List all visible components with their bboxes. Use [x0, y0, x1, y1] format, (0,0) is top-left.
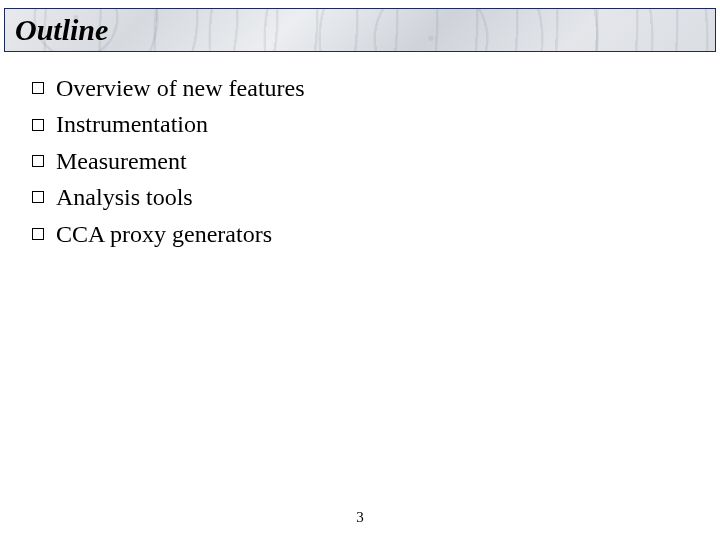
- square-bullet-icon: [32, 228, 44, 240]
- list-item: Measurement: [32, 145, 700, 177]
- list-item: Instrumentation: [32, 108, 700, 140]
- slide-title: Outline: [15, 13, 108, 47]
- bullet-text: Overview of new features: [56, 72, 305, 104]
- list-item: Overview of new features: [32, 72, 700, 104]
- bullet-text: Analysis tools: [56, 181, 193, 213]
- square-bullet-icon: [32, 82, 44, 94]
- list-item: Analysis tools: [32, 181, 700, 213]
- square-bullet-icon: [32, 191, 44, 203]
- bullet-text: CCA proxy generators: [56, 218, 272, 250]
- content-area: Overview of new features Instrumentation…: [32, 72, 700, 254]
- bullet-text: Instrumentation: [56, 108, 208, 140]
- list-item: CCA proxy generators: [32, 218, 700, 250]
- square-bullet-icon: [32, 119, 44, 131]
- page-number: 3: [0, 509, 720, 526]
- bullet-text: Measurement: [56, 145, 187, 177]
- square-bullet-icon: [32, 155, 44, 167]
- title-bar: Outline: [4, 8, 716, 52]
